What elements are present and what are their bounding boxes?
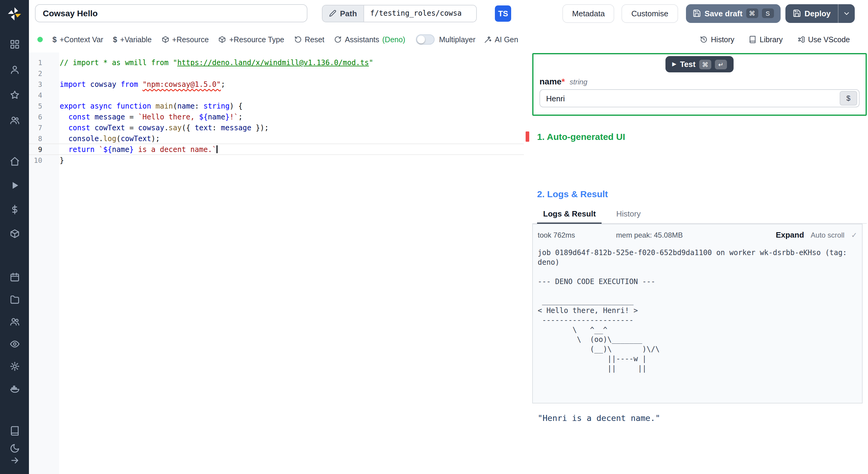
- line-number: 2: [29, 68, 42, 79]
- sidebar-item-user-group[interactable]: [6, 314, 23, 329]
- folder-icon: [9, 294, 20, 304]
- multiplayer-toggle[interactable]: [416, 34, 435, 45]
- add-resource-type-button[interactable]: +Resource Type: [214, 32, 289, 47]
- s-key-badge: S: [762, 8, 774, 18]
- deploy-button[interactable]: Deploy: [785, 4, 855, 23]
- code-line[interactable]: 2: [29, 68, 531, 79]
- log-line: deno): [538, 258, 857, 267]
- play-icon: ▶: [672, 61, 676, 67]
- toggle-knob: [417, 36, 425, 43]
- customise-button[interactable]: Customise: [622, 4, 678, 23]
- sidebar-item-home[interactable]: [6, 153, 23, 169]
- history-button[interactable]: History: [694, 32, 741, 47]
- sidebar-item-package[interactable]: [6, 226, 23, 241]
- add-resource-button[interactable]: +Resource: [156, 32, 214, 47]
- add-resource-label: +Resource: [172, 35, 209, 44]
- text-cursor: [216, 145, 217, 153]
- sidebar-item-eye[interactable]: [6, 336, 23, 352]
- log-line: (__)\ )\/\: [538, 344, 857, 354]
- line-number: 8: [29, 133, 42, 144]
- code-line[interactable]: 3import cowsay from "npm:cowsay@1.5.0";: [29, 79, 531, 90]
- sidebar-item-docker[interactable]: [6, 381, 23, 396]
- tab-history[interactable]: History: [610, 206, 647, 223]
- ai-gen-button[interactable]: AI Gen: [479, 32, 523, 47]
- code-editor[interactable]: 1// import * as wmill from "https://deno…: [29, 53, 531, 474]
- code-line[interactable]: 6 const message = `Hello there, ${name}!…: [29, 112, 531, 122]
- user-icon: [9, 64, 20, 75]
- sidebar-item-user[interactable]: [6, 61, 23, 77]
- error-marker: [526, 131, 529, 142]
- sidebar-item-dollar[interactable]: [6, 201, 23, 217]
- add-context-var-label: +Context Var: [60, 35, 103, 44]
- library-button[interactable]: Library: [743, 32, 789, 47]
- code-line[interactable]: 8 console.log(cowText);: [29, 133, 531, 144]
- home-icon: [9, 156, 20, 166]
- save-draft-label: Save draft: [705, 9, 743, 18]
- code-line[interactable]: 9 return `${name} is a decent name.`: [29, 144, 531, 155]
- sidebar-item-book[interactable]: [6, 423, 23, 438]
- arg-input-row: $: [539, 89, 860, 107]
- code-line[interactable]: 7 const cowText = cowsay.say({ text: mes…: [29, 122, 531, 133]
- history-label: History: [711, 35, 735, 44]
- insert-variable-button[interactable]: $: [840, 91, 857, 106]
- line-number: 5: [29, 101, 42, 112]
- result-tabs: Logs & Result History: [532, 206, 867, 224]
- star-icon: [9, 90, 20, 100]
- code-line[interactable]: 10}: [29, 155, 531, 166]
- save-icon: [692, 9, 701, 18]
- line-number: 4: [29, 90, 42, 101]
- chevron-down-icon: [843, 9, 850, 17]
- overview-ruler[interactable]: [524, 53, 531, 474]
- memory-stat: mem peak: 45.08MB: [616, 231, 683, 239]
- sidebar-item-star[interactable]: [6, 87, 23, 102]
- expand-button[interactable]: Expand: [776, 230, 804, 239]
- editor-lines: 1// import * as wmill from "https://deno…: [29, 53, 531, 166]
- line-number: 9: [29, 144, 42, 155]
- code-line[interactable]: 5export async function main(name: string…: [29, 101, 531, 112]
- test-label: Test: [680, 60, 695, 69]
- log-line: _____________________: [538, 296, 857, 306]
- use-vscode-button[interactable]: Use VScode: [791, 32, 856, 47]
- deploy-main[interactable]: Deploy: [785, 4, 838, 23]
- save-draft-button[interactable]: Save draft ⌘ S: [686, 4, 781, 23]
- log-line: ||----w |: [538, 354, 857, 364]
- logs-panel: took 762ms mem peak: 45.08MB Expand Auto…: [532, 224, 863, 404]
- cmd-key-badge: ⌘: [746, 8, 758, 18]
- add-context-var-button[interactable]: $ +Context Var: [48, 32, 108, 47]
- autoscroll-toggle[interactable]: Auto scroll: [811, 231, 844, 239]
- windmill-logo[interactable]: [0, 0, 29, 28]
- script-title-input[interactable]: [35, 4, 307, 22]
- right-panel: ▶ Test ⌘ ↵ name * string: [531, 53, 868, 474]
- metadata-button[interactable]: Metadata: [562, 4, 614, 23]
- sidebar-item-play[interactable]: [6, 177, 23, 193]
- ai-gen-label: AI Gen: [495, 35, 518, 44]
- logs-header: took 762ms mem peak: 45.08MB Expand Auto…: [533, 224, 862, 242]
- arg-type-label: string: [569, 78, 587, 86]
- deploy-label: Deploy: [804, 9, 831, 18]
- result-value: "Henri is a decent name.": [532, 413, 863, 423]
- sidebar-item-grid[interactable]: [6, 36, 23, 52]
- assistants-button[interactable]: Assistants (Deno): [329, 32, 410, 47]
- add-variable-button[interactable]: $ +Variable: [108, 32, 156, 47]
- reset-icon: [294, 36, 302, 43]
- code-line[interactable]: 4: [29, 90, 531, 101]
- deploy-dropdown-button[interactable]: [838, 4, 855, 23]
- sidebar-expand-button[interactable]: [6, 452, 23, 468]
- path-edit-button[interactable]: Path: [322, 5, 364, 22]
- tab-logs-result[interactable]: Logs & Result: [537, 206, 602, 224]
- log-line: < Hello there, Henri! >: [538, 306, 857, 316]
- deploy-icon: [792, 9, 801, 18]
- sidebar-item-folder[interactable]: [6, 291, 23, 307]
- code-line[interactable]: 1// import * as wmill from "https://deno…: [29, 57, 531, 68]
- arg-name-label: name: [539, 77, 561, 86]
- section-auto-generated-ui: 1. Auto-generated UI: [537, 131, 862, 142]
- reset-button[interactable]: Reset: [289, 32, 329, 47]
- path-input[interactable]: [364, 5, 476, 22]
- sidebar-item-users[interactable]: [6, 112, 23, 128]
- windmill-logo-icon: [7, 6, 22, 22]
- sidebar-item-gear[interactable]: [6, 358, 23, 374]
- test-button[interactable]: ▶ Test ⌘ ↵: [665, 56, 733, 72]
- sidebar-item-calendar[interactable]: [6, 269, 23, 285]
- arg-name-input[interactable]: [540, 94, 840, 103]
- arrow-right-icon: [9, 455, 20, 465]
